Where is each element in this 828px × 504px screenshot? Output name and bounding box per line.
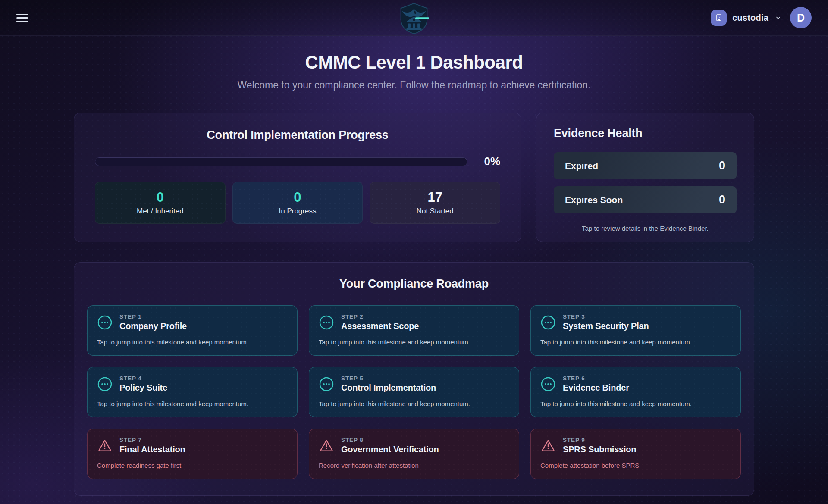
hero: CMMC Level 1 Dashboard Welcome to your c…	[74, 36, 754, 91]
stat-label: In Progress	[279, 207, 317, 216]
step-card-sprs-submission[interactable]: STEP 9 SPRS Submission Complete attestat…	[530, 429, 741, 479]
stat-value: 0	[157, 190, 164, 205]
step-card-system-security-plan[interactable]: STEP 3 System Security Plan Tap to jump …	[530, 305, 741, 356]
circle-ellipsis-icon	[319, 315, 334, 330]
step-subtitle: Tap to jump into this milestone and keep…	[319, 400, 509, 407]
warning-triangle-icon	[97, 438, 113, 454]
step-card-government-verification[interactable]: STEP 8 Government Verification Record ve…	[309, 429, 519, 479]
org-switcher[interactable]: custodia	[711, 10, 781, 26]
stat-not-started: 17 Not Started	[370, 182, 500, 224]
step-card-company-profile[interactable]: STEP 1 Company Profile Tap to jump into …	[87, 305, 298, 356]
circle-ellipsis-icon	[540, 376, 556, 392]
stat-label: Met / Inherited	[137, 207, 184, 216]
evidence-row-value: 0	[719, 193, 725, 207]
step-title: Government Verification	[341, 445, 439, 454]
step-title: Assessment Scope	[341, 321, 419, 331]
step-subtitle: Complete attestation before SPRS	[540, 462, 731, 469]
step-card-evidence-binder[interactable]: STEP 6 Evidence Binder Tap to jump into …	[530, 367, 741, 417]
stat-value: 17	[427, 190, 442, 205]
step-subtitle: Record verification after attestation	[319, 462, 509, 469]
circle-ellipsis-icon	[97, 376, 113, 392]
step-card-assessment-scope[interactable]: STEP 2 Assessment Scope Tap to jump into…	[309, 305, 519, 356]
step-eyebrow: STEP 3	[563, 313, 649, 320]
circle-ellipsis-icon	[540, 315, 556, 330]
step-card-control-implementation[interactable]: STEP 5 Control Implementation Tap to jum…	[309, 367, 519, 417]
evidence-row-value: 0	[719, 159, 725, 172]
step-eyebrow: STEP 4	[119, 375, 167, 382]
org-name: custodia	[732, 13, 768, 23]
evidence-row-label: Expires Soon	[565, 195, 623, 205]
roadmap-grid: STEP 1 Company Profile Tap to jump into …	[87, 305, 741, 479]
step-title: Control Implementation	[341, 383, 436, 393]
step-eyebrow: STEP 6	[563, 375, 629, 382]
step-eyebrow: STEP 8	[341, 437, 439, 443]
step-title: System Security Plan	[563, 321, 649, 331]
page-subtitle: Welcome to your compliance center. Follo…	[74, 79, 754, 91]
step-subtitle: Tap to jump into this milestone and keep…	[540, 400, 731, 407]
evidence-card-title: Evidence Health	[554, 127, 737, 140]
stat-value: 0	[294, 190, 301, 205]
progress-percent: 0%	[478, 155, 500, 168]
step-title: Final Attestation	[119, 445, 185, 454]
step-title: Company Profile	[119, 321, 187, 331]
evidence-row-expired[interactable]: Expired 0	[554, 152, 737, 179]
step-subtitle: Tap to jump into this milestone and keep…	[319, 338, 509, 346]
step-title: Evidence Binder	[563, 383, 629, 393]
warning-triangle-icon	[540, 438, 556, 454]
evidence-row-expires-soon[interactable]: Expires Soon 0	[554, 186, 737, 213]
progress-card-title: Control Implementation Progress	[95, 128, 500, 142]
step-subtitle: Tap to jump into this milestone and keep…	[540, 338, 731, 346]
top-bar: custodia D	[0, 0, 828, 36]
step-eyebrow: STEP 1	[119, 313, 187, 320]
circle-ellipsis-icon	[319, 376, 334, 392]
evidence-hint: Tap to review details in the Evidence Bi…	[554, 225, 737, 232]
step-eyebrow: STEP 7	[119, 437, 185, 443]
step-subtitle: Tap to jump into this milestone and keep…	[97, 400, 288, 407]
menu-icon[interactable]	[16, 12, 29, 24]
control-progress-card: Control Implementation Progress 0% 0 Met…	[74, 113, 521, 242]
step-card-policy-suite[interactable]: STEP 4 Policy Suite Tap to jump into thi…	[87, 367, 298, 417]
page-title: CMMC Level 1 Dashboard	[74, 52, 754, 73]
user-avatar[interactable]: D	[790, 7, 812, 28]
roadmap-card: Your Compliance Roadmap STEP 1 Company P…	[74, 262, 754, 496]
step-eyebrow: STEP 2	[341, 313, 419, 320]
progress-bar	[95, 157, 467, 166]
step-card-final-attestation[interactable]: STEP 7 Final Attestation Complete readin…	[87, 429, 298, 479]
step-title: Policy Suite	[119, 383, 167, 393]
stat-met-inherited: 0 Met / Inherited	[95, 182, 226, 224]
stat-in-progress: 0 In Progress	[232, 182, 363, 224]
evidence-health-card: Evidence Health Expired 0 Expires Soon 0…	[536, 113, 754, 242]
warning-triangle-icon	[319, 438, 334, 454]
app-logo-shield-icon	[398, 2, 430, 35]
evidence-row-label: Expired	[565, 161, 598, 171]
step-eyebrow: STEP 9	[563, 437, 636, 443]
stat-label: Not Started	[417, 207, 454, 216]
step-subtitle: Tap to jump into this milestone and keep…	[97, 338, 288, 346]
org-building-icon	[711, 10, 727, 26]
chevron-down-icon	[775, 15, 781, 21]
step-subtitle: Complete readiness gate first	[97, 462, 288, 469]
step-title: SPRS Submission	[563, 445, 636, 454]
roadmap-title: Your Compliance Roadmap	[87, 277, 741, 291]
step-eyebrow: STEP 5	[341, 375, 436, 382]
circle-ellipsis-icon	[97, 315, 113, 330]
